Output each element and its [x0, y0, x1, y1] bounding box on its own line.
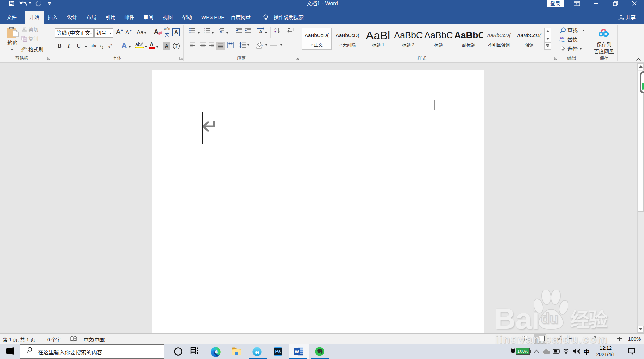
svg-text:Z: Z	[274, 31, 276, 34]
svg-text:W: W	[295, 349, 299, 354]
svg-text:e: e	[255, 348, 259, 356]
svg-text:du: du	[541, 310, 558, 326]
svg-text:A: A	[274, 27, 277, 31]
svg-text:ac: ac	[562, 39, 566, 43]
svg-text:A: A	[259, 29, 262, 33]
svg-text:字: 字	[175, 44, 178, 48]
svg-text:3: 3	[204, 31, 205, 33]
